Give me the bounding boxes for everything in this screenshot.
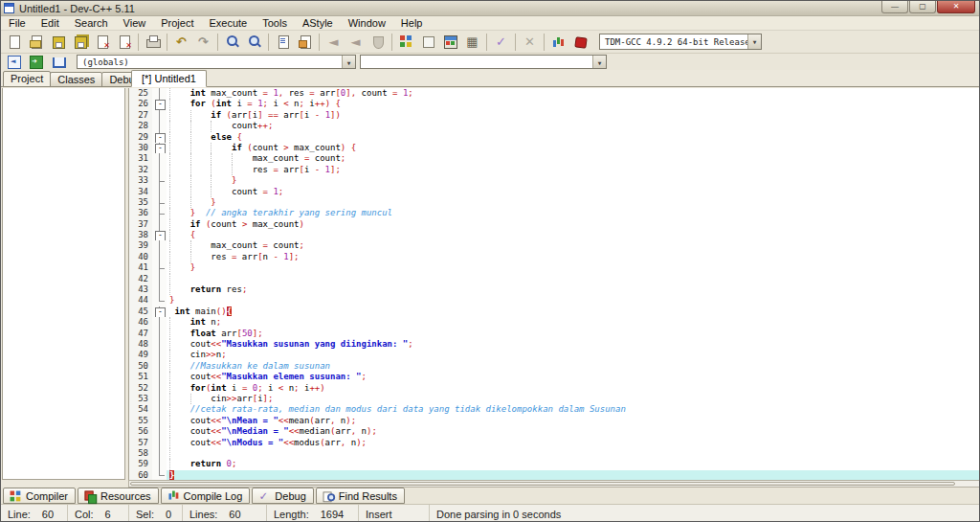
line-number[interactable]: 25 [129,88,152,99]
line-number[interactable]: 28 [129,121,152,131]
rebuild-all-button[interactable]: ▦ [461,32,483,53]
code-editor[interactable]: 25int max_count = 1, res = arr[0], count… [128,88,979,480]
line-number[interactable]: 27 [129,110,152,121]
code-line[interactable]: if (count > max_count) { [167,143,979,153]
find-button[interactable] [221,32,243,53]
toggle-output-panel-button[interactable] [25,55,47,70]
chevron-down-icon[interactable]: ▼ [747,34,761,49]
code-line[interactable]: cout<<"Masukkan elemen susunan: "; [167,372,979,382]
chevron-down-icon[interactable]: ▼ [592,56,606,68]
new-file-button[interactable] [3,32,25,53]
code-line[interactable]: cout<<"Masukkan susunan yang diinginkan:… [167,339,979,350]
code-line[interactable]: } [167,197,979,208]
tab-debug-bottom[interactable]: ✓Debug [252,488,313,504]
bookmark-button[interactable] [367,32,389,53]
code-line[interactable]: for (int i = 1; i < n; i++) { [167,99,979,109]
line-number[interactable]: 38 [129,230,152,240]
compile-button[interactable] [395,32,417,53]
line-number[interactable]: 29 [129,132,152,143]
code-line[interactable]: float arr[50]; [167,329,979,339]
toggle-bottom-panel-button[interactable] [47,55,69,70]
line-number[interactable]: 43 [129,284,152,295]
code-line[interactable]: } // angka terakhir yang sering muncul [167,208,979,218]
line-number[interactable]: 32 [129,165,152,175]
tab-project[interactable]: Project [3,71,51,87]
tab-compiler[interactable]: Compiler [3,488,76,504]
line-number[interactable]: 30 [129,143,152,153]
editor-tab-untitled1[interactable]: [*] Untitled1 [131,70,207,87]
code-line[interactable]: //Masukkan ke dalam susunan [167,361,979,372]
line-number[interactable]: 56 [129,426,152,437]
line-number[interactable]: 55 [129,416,152,426]
line-number[interactable]: 47 [129,329,152,339]
code-line[interactable]: } [167,262,979,273]
maximize-button[interactable]: ▢ [909,1,936,13]
code-line[interactable]: max_count = count; [167,240,979,251]
line-number[interactable]: 60 [129,470,152,480]
code-line[interactable]: } [167,175,979,186]
abort-button[interactable]: ✕ [519,32,541,53]
line-number[interactable]: 40 [129,252,152,262]
minimize-button[interactable]: — [881,1,908,13]
globals-select[interactable]: (globals) ▼ [77,55,356,69]
code-line[interactable]: } [167,470,979,480]
line-number[interactable]: 42 [129,274,152,284]
fold-toggle-icon[interactable] [152,132,167,143]
code-line[interactable]: cout<<"\nMedian = "<<median(arr, n); [167,426,979,437]
menu-item-project[interactable]: Project [153,16,201,31]
debug-button[interactable]: ✓ [490,32,512,53]
line-number[interactable]: 49 [129,350,152,360]
line-number[interactable]: 44 [129,295,152,306]
code-line[interactable]: cout<<"\nModus = "<<modus(arr, n); [167,438,979,448]
code-line[interactable]: else { [167,132,979,143]
line-number[interactable]: 26 [129,99,152,109]
menu-item-tools[interactable]: Tools [255,16,295,31]
line-number[interactable]: 52 [129,383,152,394]
profile-button[interactable] [547,32,569,53]
line-number[interactable]: 41 [129,262,152,273]
code-line[interactable]: return res; [167,284,979,295]
menu-item-window[interactable]: Window [341,16,393,31]
compiler-select[interactable]: TDM-GCC 4.9.2 64-bit Release ▼ [599,34,762,50]
code-line[interactable]: count = 1; [167,187,979,197]
fold-toggle-icon[interactable] [152,143,167,153]
fold-toggle-icon[interactable] [152,99,167,109]
fold-toggle-icon[interactable] [152,306,167,317]
replace-button[interactable] [243,32,265,53]
undo-button[interactable]: ↶ [170,32,192,53]
code-line[interactable]: if (count > max_count) [167,219,979,230]
menu-item-view[interactable]: View [116,16,154,31]
line-number[interactable]: 57 [129,438,152,448]
line-number[interactable]: 35 [129,197,152,208]
code-line[interactable]: res = arr[i - 1]; [167,165,979,175]
menu-item-file[interactable]: File [1,16,33,31]
tab-compile-log[interactable]: Compile Log [161,488,251,504]
code-line[interactable]: cin>>n; [167,350,979,360]
line-number[interactable]: 34 [129,187,152,197]
line-number[interactable]: 48 [129,339,152,350]
line-number[interactable]: 50 [129,361,152,372]
tab-resources[interactable]: Resources [78,488,159,504]
line-number[interactable]: 31 [129,153,152,164]
find-in-files-button[interactable] [294,32,316,53]
code-line[interactable]: int main(){ [167,306,979,317]
line-number[interactable]: 33 [129,175,152,186]
code-line[interactable]: } [167,295,979,306]
menu-item-edit[interactable]: Edit [33,16,67,31]
menu-item-search[interactable]: Search [67,16,116,31]
toggle-left-panel-button[interactable] [3,55,25,70]
back-button[interactable]: ◄ [323,32,345,53]
line-number[interactable]: 39 [129,240,152,251]
code-line[interactable]: res = arr[n - 1]; [167,252,979,262]
delete-profiling-button[interactable] [569,32,591,53]
fold-toggle-icon[interactable] [152,230,167,240]
line-number[interactable]: 45 [129,306,152,317]
code-line[interactable] [167,274,979,284]
print-button[interactable] [142,32,164,53]
tab-find-results[interactable]: Find Results [316,488,405,504]
member-select[interactable]: ▼ [360,55,607,69]
line-number[interactable]: 46 [129,317,152,328]
scrollbar-thumb[interactable] [130,482,955,486]
forward-button[interactable]: ◄ [345,32,367,53]
open-file-button[interactable] [25,32,47,53]
